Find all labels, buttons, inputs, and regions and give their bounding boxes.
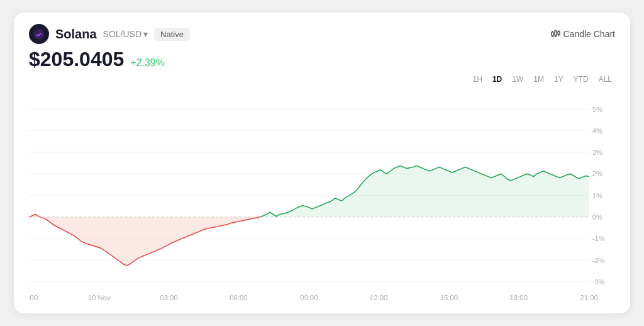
candle-chart-icon — [550, 29, 560, 39]
price-row: $205.0405 +2.39% — [29, 48, 615, 71]
candle-chart-button[interactable]: Candle Chart — [550, 29, 616, 39]
svg-text:10 Nov: 10 Nov — [88, 293, 111, 301]
svg-text:1%: 1% — [592, 192, 602, 200]
token-logo — [29, 24, 49, 44]
svg-text:03:00: 03:00 — [160, 293, 177, 301]
pair-selector[interactable]: SOL/USD ▾ — [103, 29, 148, 39]
chart-area: 1H 1D 1W 1M 1Y YTD ALL 5 — [29, 74, 615, 303]
token-name: Solana — [55, 27, 97, 42]
pair-label: SOL/USD — [103, 29, 142, 39]
native-badge[interactable]: Native — [154, 28, 190, 41]
chart-svg: 5% 4% 3% 2% 1% 0% -1% -2% -3% 21:00 — [29, 87, 615, 303]
svg-rect-4 — [555, 31, 557, 36]
svg-point-0 — [34, 29, 45, 40]
svg-text:0%: 0% — [592, 213, 602, 221]
header-left: Solana SOL/USD ▾ Native — [29, 24, 190, 44]
tf-ytd[interactable]: YTD — [570, 74, 592, 85]
price-change: +2.39% — [130, 57, 165, 69]
tf-1m[interactable]: 1M — [530, 74, 547, 85]
svg-text:-3%: -3% — [592, 278, 605, 286]
svg-text:4%: 4% — [592, 127, 602, 135]
svg-text:21:00: 21:00 — [580, 293, 597, 301]
tf-1w[interactable]: 1W — [509, 74, 526, 85]
timeframe-row: 1H 1D 1W 1M 1Y YTD ALL — [29, 74, 615, 85]
svg-text:3%: 3% — [592, 149, 602, 156]
tf-1h[interactable]: 1H — [470, 74, 486, 85]
price-value: $205.0405 — [29, 48, 124, 71]
svg-text:18:00: 18:00 — [509, 293, 527, 301]
svg-text:09:00: 09:00 — [300, 293, 318, 301]
candle-chart-label: Candle Chart — [564, 29, 616, 39]
svg-text:12:00: 12:00 — [370, 293, 387, 301]
tf-1d[interactable]: 1D — [489, 74, 505, 85]
chart-wrapper: 5% 4% 3% 2% 1% 0% -1% -2% -3% 21:00 — [29, 87, 615, 303]
pair-chevron: ▾ — [143, 29, 148, 39]
svg-text:21:00: 21:00 — [29, 293, 38, 301]
svg-text:15:00: 15:00 — [440, 293, 458, 301]
svg-text:2%: 2% — [592, 170, 602, 177]
header: Solana SOL/USD ▾ Native Candle Chart — [29, 24, 615, 44]
svg-text:06:00: 06:00 — [230, 293, 247, 301]
svg-rect-7 — [558, 31, 560, 35]
main-card: Solana SOL/USD ▾ Native Candle Chart — [14, 13, 630, 313]
tf-all[interactable]: ALL — [596, 74, 615, 85]
svg-text:-1%: -1% — [592, 235, 605, 242]
tf-1y[interactable]: 1Y — [551, 74, 567, 85]
svg-text:5%: 5% — [592, 105, 602, 113]
svg-text:-2%: -2% — [592, 257, 605, 264]
svg-rect-1 — [552, 32, 553, 36]
